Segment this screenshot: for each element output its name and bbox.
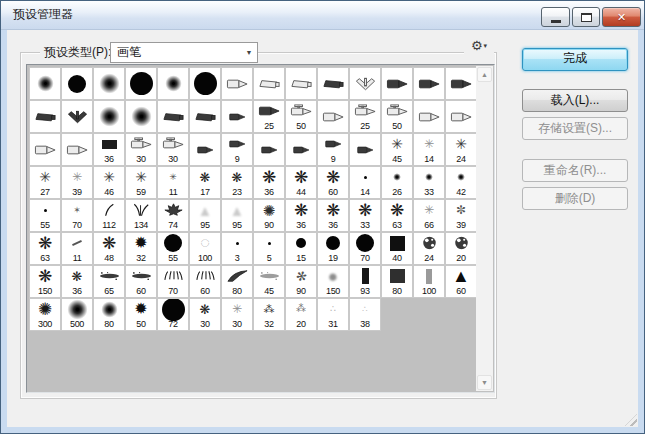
- rename-button[interactable]: 重命名(R)...: [522, 159, 628, 182]
- brush-preset-cell[interactable]: ⁂20: [285, 298, 317, 331]
- brush-preset-cell[interactable]: 100: [413, 265, 445, 298]
- brush-preset-cell[interactable]: ✳39: [61, 166, 93, 199]
- brush-preset-cell[interactable]: 25: [349, 100, 381, 133]
- brush-preset-cell[interactable]: 9: [221, 133, 253, 166]
- brush-preset-cell[interactable]: 11: [61, 232, 93, 265]
- brush-preset-cell[interactable]: [61, 133, 93, 166]
- brush-preset-cell[interactable]: [221, 100, 253, 133]
- brush-preset-cell[interactable]: ◌100: [189, 232, 221, 265]
- brush-preset-cell[interactable]: 24: [413, 232, 445, 265]
- brush-preset-cell[interactable]: ▲95: [189, 199, 221, 232]
- brush-preset-cell[interactable]: 26: [381, 166, 413, 199]
- brush-preset-cell[interactable]: 15: [285, 232, 317, 265]
- brush-preset-cell[interactable]: 14: [349, 166, 381, 199]
- resize-grip[interactable]: [625, 414, 637, 426]
- brush-preset-cell[interactable]: 5: [253, 232, 285, 265]
- brush-preset-cell[interactable]: ❋60: [317, 166, 349, 199]
- brush-preset-cell[interactable]: [157, 67, 189, 100]
- brush-preset-cell[interactable]: [29, 67, 61, 100]
- brush-preset-cell[interactable]: 55: [157, 232, 189, 265]
- brush-preset-cell[interactable]: 93: [349, 265, 381, 298]
- brush-preset-cell[interactable]: 112: [93, 199, 125, 232]
- brush-preset-cell[interactable]: ✳14: [413, 133, 445, 166]
- brush-preset-cell[interactable]: ✳27: [29, 166, 61, 199]
- brush-preset-cell[interactable]: 3: [221, 232, 253, 265]
- save-set-button[interactable]: 存储设置(S)...: [522, 117, 628, 140]
- brush-preset-cell[interactable]: ▲60: [445, 265, 477, 298]
- brush-preset-cell[interactable]: [29, 100, 61, 133]
- brush-preset-cell[interactable]: ❋36: [61, 265, 93, 298]
- brush-preset-cell[interactable]: 134: [125, 199, 157, 232]
- brush-preset-cell[interactable]: [61, 100, 93, 133]
- brush-preset-cell[interactable]: ∴38: [349, 298, 381, 331]
- brush-preset-cell[interactable]: ✺90: [253, 199, 285, 232]
- brush-preset-cell[interactable]: ●150: [317, 265, 349, 298]
- brush-preset-cell[interactable]: 80: [221, 265, 253, 298]
- brush-preset-cell[interactable]: [253, 67, 285, 100]
- brush-preset-cell[interactable]: [125, 67, 157, 100]
- brush-preset-cell[interactable]: ✳45: [381, 133, 413, 166]
- brush-preset-cell[interactable]: ✶70: [61, 199, 93, 232]
- maximize-button[interactable]: [572, 7, 600, 27]
- brush-preset-cell[interactable]: ❋63: [29, 232, 61, 265]
- brush-preset-cell[interactable]: 30: [125, 133, 157, 166]
- brush-preset-cell[interactable]: [93, 67, 125, 100]
- close-button[interactable]: ✕: [602, 7, 641, 27]
- brush-preset-cell[interactable]: 36: [93, 133, 125, 166]
- vertical-scrollbar[interactable]: ▲ ▼: [476, 66, 493, 391]
- brush-preset-cell[interactable]: ✳24: [445, 133, 477, 166]
- brush-preset-cell[interactable]: 72: [157, 298, 189, 331]
- brush-preset-cell[interactable]: ✼39: [445, 199, 477, 232]
- brush-preset-cell[interactable]: 9: [317, 133, 349, 166]
- brush-preset-cell[interactable]: ❋36: [253, 166, 285, 199]
- brush-preset-cell[interactable]: 30: [157, 133, 189, 166]
- brush-preset-cell[interactable]: 42: [445, 166, 477, 199]
- brush-preset-cell[interactable]: [285, 133, 317, 166]
- brush-preset-cell[interactable]: ▲95: [221, 199, 253, 232]
- brush-preset-cell[interactable]: 60: [125, 265, 157, 298]
- brush-preset-cell[interactable]: [253, 133, 285, 166]
- brush-preset-cell[interactable]: 80: [381, 265, 413, 298]
- brush-preset-cell[interactable]: 19: [317, 232, 349, 265]
- brush-preset-cell[interactable]: [125, 100, 157, 133]
- brush-preset-cell[interactable]: [317, 67, 349, 100]
- brush-preset-cell[interactable]: [189, 67, 221, 100]
- preset-menu-button[interactable]: ⚙ ▾: [464, 38, 494, 54]
- brush-preset-cell[interactable]: ❋23: [221, 166, 253, 199]
- brush-preset-cell[interactable]: 50: [285, 100, 317, 133]
- brush-preset-cell[interactable]: ❋36: [317, 199, 349, 232]
- brush-preset-cell[interactable]: ❋150: [29, 265, 61, 298]
- brush-preset-cell[interactable]: ✳66: [413, 199, 445, 232]
- load-button[interactable]: 载入(L)...: [522, 89, 628, 112]
- brush-preset-cell[interactable]: 55: [29, 199, 61, 232]
- brush-preset-cell[interactable]: [93, 100, 125, 133]
- brush-preset-cell[interactable]: ❋30: [189, 298, 221, 331]
- brush-preset-cell[interactable]: [381, 67, 413, 100]
- delete-button[interactable]: 删除(D): [522, 187, 628, 210]
- brush-preset-cell[interactable]: 33: [413, 166, 445, 199]
- brush-preset-cell[interactable]: ∴31: [317, 298, 349, 331]
- brush-preset-cell[interactable]: ❋36: [285, 199, 317, 232]
- brush-preset-cell[interactable]: 60: [189, 265, 221, 298]
- brush-preset-cell[interactable]: [413, 67, 445, 100]
- brush-preset-cell[interactable]: ✳30: [221, 298, 253, 331]
- brush-preset-cell[interactable]: ✹50: [125, 298, 157, 331]
- brush-preset-cell[interactable]: [61, 67, 93, 100]
- brush-preset-cell[interactable]: ❋17: [189, 166, 221, 199]
- brush-preset-cell[interactable]: 70: [349, 232, 381, 265]
- minimize-button[interactable]: [541, 7, 570, 27]
- brush-preset-cell[interactable]: [157, 100, 189, 133]
- brush-preset-cell[interactable]: 65: [93, 265, 125, 298]
- brush-preset-cell[interactable]: 45: [253, 265, 285, 298]
- brush-preset-cell[interactable]: [413, 100, 445, 133]
- brush-preset-cell[interactable]: ✺300: [29, 298, 61, 331]
- brush-preset-cell[interactable]: 20: [445, 232, 477, 265]
- brush-preset-cell[interactable]: 25: [253, 100, 285, 133]
- scroll-down-button[interactable]: ▼: [477, 375, 492, 390]
- brush-preset-cell[interactable]: 40: [381, 232, 413, 265]
- brush-preset-cell[interactable]: ✻90: [285, 265, 317, 298]
- brush-preset-cell[interactable]: 70: [157, 265, 189, 298]
- brush-preset-cell[interactable]: [317, 100, 349, 133]
- brush-preset-cell[interactable]: 74: [157, 199, 189, 232]
- scroll-up-button[interactable]: ▲: [477, 67, 492, 82]
